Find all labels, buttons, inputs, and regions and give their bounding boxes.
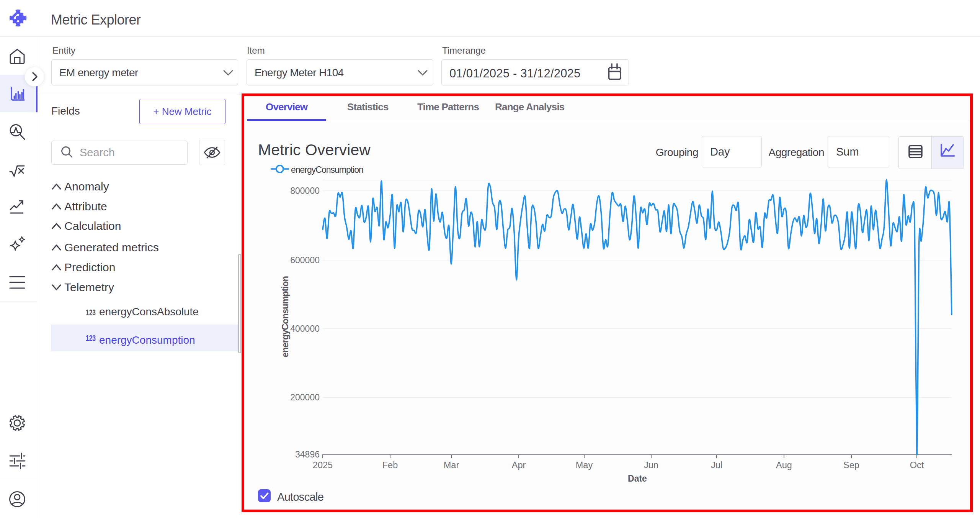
svg-text:200000: 200000 bbox=[290, 392, 320, 402]
svg-text:Mar: Mar bbox=[444, 460, 459, 470]
svg-text:400000: 400000 bbox=[290, 324, 320, 334]
svg-text:123: 123 bbox=[86, 333, 96, 343]
svg-text:Feb: Feb bbox=[382, 460, 398, 470]
svg-text:600000: 600000 bbox=[290, 255, 320, 265]
svg-text:2025: 2025 bbox=[313, 460, 333, 470]
svg-text:Jun: Jun bbox=[644, 460, 658, 470]
svg-text:Apr: Apr bbox=[512, 460, 526, 470]
svg-text:Oct: Oct bbox=[910, 460, 924, 470]
svg-text:34896: 34896 bbox=[295, 449, 320, 459]
svg-text:Aug: Aug bbox=[776, 460, 792, 470]
svg-text:May: May bbox=[576, 460, 593, 470]
svg-text:energyConsumption: energyConsumption bbox=[280, 276, 290, 357]
svg-text:Sep: Sep bbox=[843, 460, 859, 470]
svg-text:Date: Date bbox=[628, 474, 647, 484]
svg-text:123: 123 bbox=[86, 308, 96, 317]
svg-text:Jul: Jul bbox=[711, 460, 722, 470]
svg-text:800000: 800000 bbox=[290, 186, 320, 196]
